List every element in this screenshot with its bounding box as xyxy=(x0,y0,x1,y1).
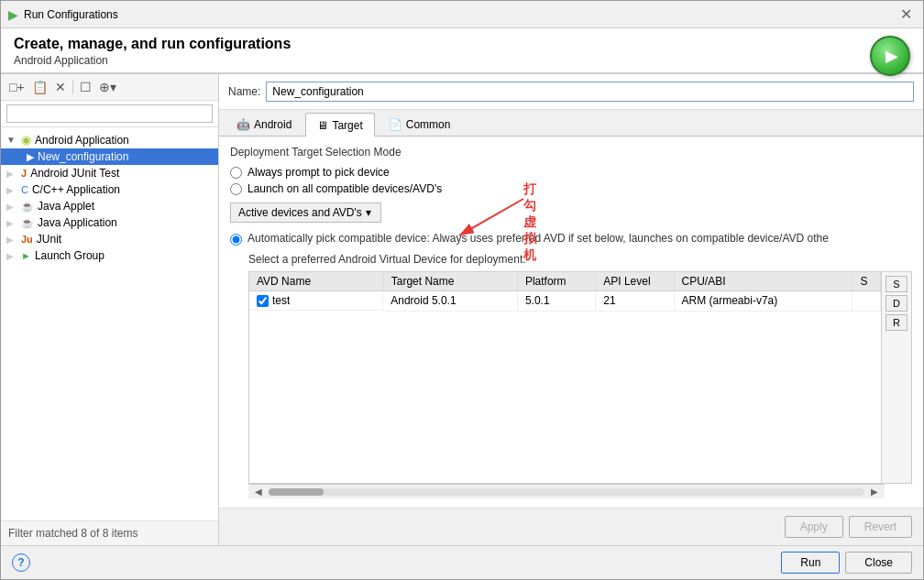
close-window-button[interactable]: ✕ xyxy=(896,5,916,23)
search-box xyxy=(1,101,218,127)
tab-android[interactable]: 🤖 Android xyxy=(225,113,303,136)
tabs-bar: 🤖 Android 🖥 Target 📄 Common xyxy=(219,110,923,137)
dropdown-label: Active devices and AVD's xyxy=(238,206,362,219)
window-title: Run Configurations xyxy=(24,8,118,21)
tree-item-android-app[interactable]: ▼ ◉ Android Application xyxy=(1,131,218,148)
launch-group-icon: ► xyxy=(21,250,31,261)
dropdown-row: Active devices and AVD's ▾ xyxy=(230,202,912,223)
scroll-right-arrow[interactable]: ▶ xyxy=(868,487,881,497)
left-footer: Filter matched 8 of 8 items xyxy=(1,520,218,545)
title-bar-left: ▶ Run Configurations xyxy=(8,7,118,22)
active-devices-dropdown[interactable]: Active devices and AVD's ▾ xyxy=(230,202,381,223)
auto-pick-row: Automatically pick compatible device: Al… xyxy=(230,232,912,246)
title-bar: ▶ Run Configurations ✕ xyxy=(1,1,923,28)
target-tab-icon: 🖥 xyxy=(317,119,328,132)
col-cpu-abi: CPU/ABI xyxy=(674,272,852,291)
expand-icon: ▶ xyxy=(6,169,17,179)
col-s: S xyxy=(852,272,881,291)
config-icon: ▶ xyxy=(27,151,34,163)
junit-icon: Ju xyxy=(21,234,33,245)
right-footer: Apply Revert xyxy=(219,508,923,545)
java-app-icon: ☕ xyxy=(21,217,34,229)
collapse-button[interactable]: ⊕▾ xyxy=(96,78,119,96)
tree-item-android-junit[interactable]: ▶ J Android JUnit Test xyxy=(1,165,218,181)
filter-status: Filter matched 8 of 8 items xyxy=(8,527,138,540)
tree-item-label: C/C++ Application xyxy=(32,183,120,196)
auto-pick-text: Automatically pick compatible device: Al… xyxy=(248,232,829,245)
col-avd-name: AVD Name xyxy=(249,272,383,291)
avd-side-btn-d[interactable]: D xyxy=(886,295,908,312)
run-configurations-window: ▶ Run Configurations ✕ Create, manage, a… xyxy=(0,0,924,580)
revert-button[interactable]: Revert xyxy=(849,516,912,538)
configuration-tree: ▼ ◉ Android Application ▶ New_configurat… xyxy=(1,127,218,520)
platform-cell: 5.0.1 xyxy=(517,291,595,312)
expand-icon: ▶ xyxy=(6,235,17,245)
tab-common[interactable]: 📄 Common xyxy=(377,113,463,136)
tree-item-label: Java Applet xyxy=(38,200,94,213)
radio-always-prompt[interactable]: Always prompt to pick device xyxy=(230,166,912,179)
radio-group: Always prompt to pick device Launch on a… xyxy=(230,166,912,195)
horizontal-scrollbar[interactable]: ◀ ▶ xyxy=(248,484,885,498)
search-input[interactable] xyxy=(6,104,213,123)
bottom-bar: ? Run Close xyxy=(1,545,923,579)
tree-item-label: Java Application xyxy=(38,216,117,229)
radio-launch-all[interactable]: Launch on all compatible devices/AVD's xyxy=(230,182,912,195)
run-icon: ▶ xyxy=(886,46,898,66)
auto-pick-section: Automatically pick compatible device: Al… xyxy=(230,232,912,253)
tree-item-label: JUnit xyxy=(37,233,61,246)
tree-item-new-config[interactable]: ▶ New_configuration xyxy=(1,148,218,165)
new-config-button[interactable]: □+ xyxy=(6,78,28,96)
filter-button[interactable]: ☐ xyxy=(77,78,94,96)
expand-icon: ▶ xyxy=(6,202,17,212)
left-panel: □+ 📋 ✕ ☐ ⊕▾ ▼ ◉ Android Application xyxy=(1,74,219,545)
expand-icon: ▶ xyxy=(6,251,17,261)
avd-table-scroll[interactable]: AVD Name Target Name Platform API Level … xyxy=(249,272,881,483)
name-input[interactable] xyxy=(266,82,914,102)
scroll-left-arrow[interactable]: ◀ xyxy=(252,487,265,497)
tree-item-java-applet[interactable]: ▶ ☕ Java Applet xyxy=(1,198,218,214)
cpp-icon: C xyxy=(21,184,28,195)
help-button[interactable]: ? xyxy=(12,553,30,572)
apply-button[interactable]: Apply xyxy=(785,516,843,538)
avd-name: test xyxy=(272,294,290,307)
avd-side-btn-s[interactable]: S xyxy=(886,276,908,292)
tree-item-junit[interactable]: ▶ Ju JUnit xyxy=(1,231,218,247)
tab-label: Android xyxy=(254,118,292,131)
section-title: Deployment Target Selection Mode xyxy=(230,146,912,159)
avd-side-buttons: S D R xyxy=(881,272,911,483)
preferred-avd-label: Select a preferred Android Virtual Devic… xyxy=(248,253,912,266)
target-name-cell: Android 5.0.1 xyxy=(383,291,517,312)
radio-launch-all-input[interactable] xyxy=(230,183,242,195)
run-button[interactable]: ▶ xyxy=(870,36,910,76)
toolbar-separator xyxy=(72,80,73,94)
col-target-name: Target Name xyxy=(383,272,517,291)
delete-button[interactable]: ✕ xyxy=(52,78,69,96)
tree-item-cpp[interactable]: ▶ C C/C++ Application xyxy=(1,181,218,198)
window-icon: ▶ xyxy=(8,7,18,22)
bottom-buttons: Run Close xyxy=(781,552,912,574)
tree-item-java-app[interactable]: ▶ ☕ Java Application xyxy=(1,214,218,231)
scroll-track xyxy=(269,488,864,496)
common-tab-icon: 📄 xyxy=(389,118,402,131)
copy-button[interactable]: 📋 xyxy=(29,78,50,96)
toolbar: □+ 📋 ✕ ☐ ⊕▾ xyxy=(1,74,218,101)
col-api-level: API Level xyxy=(596,272,674,291)
expand-icon: ▼ xyxy=(6,135,17,145)
radio-always-prompt-input[interactable] xyxy=(230,167,242,179)
avd-side-btn-r[interactable]: R xyxy=(886,314,908,331)
radio-auto-pick-input[interactable] xyxy=(230,234,242,246)
run-config-button[interactable]: Run xyxy=(781,552,840,574)
radio-always-prompt-label: Always prompt to pick device xyxy=(248,166,390,179)
junit-android-icon: J xyxy=(21,168,27,179)
expand-icon: ▶ xyxy=(6,185,17,195)
tree-item-label: Launch Group xyxy=(35,249,104,262)
expand-icon: ▶ xyxy=(6,218,17,228)
tree-item-launch-group[interactable]: ▶ ► Launch Group xyxy=(1,247,218,264)
close-button[interactable]: Close xyxy=(845,552,912,574)
android-tab-icon: 🤖 xyxy=(236,118,250,131)
tree-item-label: New_configuration xyxy=(38,150,128,163)
api-level-cell: 21 xyxy=(596,291,674,312)
avd-table-row: test Android 5.0.1 5.0.1 21 ARM (armeabi… xyxy=(249,291,881,312)
avd-checkbox[interactable] xyxy=(257,295,269,307)
tab-target[interactable]: 🖥 Target xyxy=(305,113,374,137)
